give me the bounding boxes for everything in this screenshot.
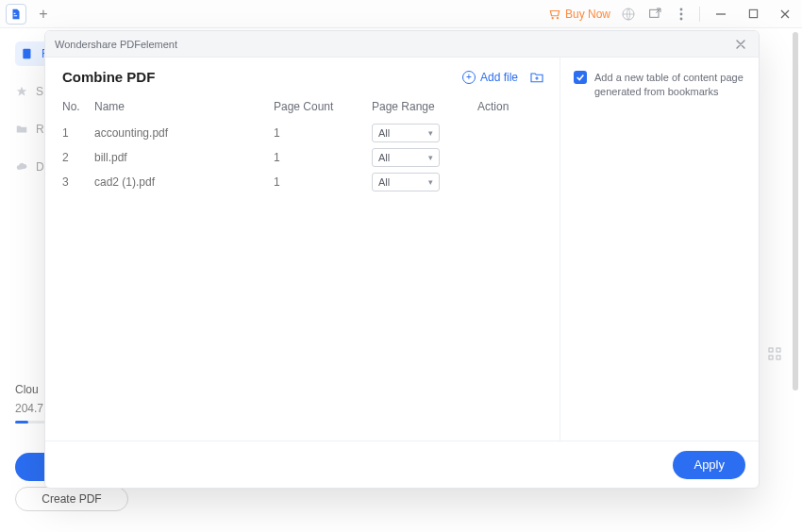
svg-point-3 (680, 12, 683, 15)
titlebar-right: Buy Now (548, 5, 796, 24)
add-file-label: Add file (480, 71, 518, 84)
svg-rect-5 (749, 9, 757, 17)
titlebar: + Buy Now (0, 0, 802, 28)
pdf-app-icon (9, 8, 23, 21)
chevron-down-icon: ▾ (428, 153, 433, 162)
page-range-value: All (378, 127, 390, 139)
star-icon (15, 85, 28, 98)
create-pdf-button[interactable]: Create PDF (15, 487, 128, 511)
combine-pdf-dialog: Wondershare PDFelement Combine PDF + Add… (44, 30, 760, 489)
cart-icon (548, 8, 561, 21)
col-name: Name (94, 100, 274, 113)
cell-page-range: All ▾ (372, 173, 477, 191)
share-icon[interactable] (646, 6, 663, 23)
page-range-select[interactable]: All ▾ (372, 124, 440, 142)
app-logo[interactable] (6, 4, 26, 25)
add-file-button[interactable]: + Add file (462, 71, 518, 84)
cell-name: cad2 (1).pdf (94, 175, 274, 189)
cell-page-count: 1 (274, 175, 372, 189)
col-no: No. (62, 100, 94, 113)
svg-rect-8 (777, 348, 780, 352)
cell-name: bill.pdf (94, 151, 274, 164)
cell-name: accounting.pdf (94, 126, 274, 140)
dialog-header: Wondershare PDFelement (45, 31, 759, 58)
window-maximize-button[interactable] (742, 5, 764, 24)
svg-rect-6 (23, 49, 30, 59)
table-row: 1 accounting.pdf 1 All ▾ (62, 121, 544, 145)
dialog-main-panel: Combine PDF + Add file No. Na (45, 58, 560, 441)
folder-icon (15, 123, 28, 136)
add-folder-button[interactable] (529, 70, 544, 85)
table-row: 2 bill.pdf 1 All ▾ (62, 145, 544, 170)
page-range-value: All (378, 152, 390, 163)
dialog-side-panel: Add a new table of content page generate… (560, 58, 759, 441)
page-range-select[interactable]: All ▾ (372, 173, 440, 191)
chevron-down-icon: ▾ (428, 177, 433, 187)
check-icon (576, 73, 585, 82)
cell-no: 1 (62, 126, 94, 140)
create-pdf-label: Create PDF (42, 492, 101, 506)
folder-add-icon (529, 70, 544, 85)
scrollbar[interactable] (793, 32, 798, 391)
app-shell: + Buy Now (0, 0, 802, 532)
buy-now-link[interactable]: Buy Now (548, 8, 610, 21)
grid-view-icon[interactable] (768, 347, 781, 364)
checkbox-checked[interactable] (574, 71, 587, 84)
sidebar-label: S (36, 85, 43, 98)
plus-circle-icon: + (462, 71, 476, 84)
page-range-value: All (378, 176, 390, 188)
cell-page-count: 1 (274, 151, 372, 164)
sidebar-label: R (36, 123, 44, 136)
titlebar-left: + (6, 4, 53, 25)
cell-page-range: All ▾ (372, 124, 477, 142)
svg-rect-10 (777, 356, 780, 359)
table-row: 3 cad2 (1).pdf 1 All ▾ (62, 170, 544, 194)
dialog-title: Combine PDF (62, 69, 155, 85)
dialog-footer: Apply (45, 441, 759, 488)
new-tab-button[interactable]: + (34, 5, 53, 24)
toc-option-label: Add a new table of content page generate… (594, 71, 745, 100)
toc-option[interactable]: Add a new table of content page generate… (574, 71, 745, 100)
menu-dots-icon[interactable] (673, 6, 690, 23)
svg-rect-1 (650, 9, 659, 17)
cell-page-range: All ▾ (372, 148, 477, 167)
files-table: No. Name Page Count Page Range Action 1 … (62, 94, 544, 194)
window-close-button[interactable] (774, 5, 796, 24)
cell-page-count: 1 (274, 126, 372, 140)
close-icon (735, 39, 746, 50)
dialog-close-button[interactable] (732, 36, 749, 53)
svg-rect-9 (769, 356, 773, 359)
svg-point-2 (680, 8, 683, 10)
col-page-count: Page Count (274, 100, 372, 113)
buy-now-label: Buy Now (565, 8, 610, 21)
globe-icon[interactable] (620, 6, 637, 23)
sidebar-label: D (36, 160, 44, 174)
col-action: Action (477, 100, 534, 113)
title-row: Combine PDF + Add file (62, 69, 544, 85)
window-minimize-button[interactable] (710, 5, 732, 24)
divider (699, 7, 700, 22)
cloud-icon (15, 160, 28, 174)
title-actions: + Add file (462, 70, 544, 85)
table-header: No. Name Page Count Page Range Action (62, 94, 544, 119)
dialog-body: Combine PDF + Add file No. Na (45, 58, 759, 441)
chevron-down-icon: ▾ (428, 128, 433, 138)
dialog-window-title: Wondershare PDFelement (55, 39, 177, 50)
cell-no: 3 (62, 175, 94, 189)
apply-button[interactable]: Apply (673, 451, 745, 479)
cell-no: 2 (62, 151, 94, 164)
file-icon (21, 47, 34, 60)
svg-rect-7 (769, 348, 773, 352)
apply-label: Apply (693, 457, 725, 472)
svg-point-4 (680, 17, 683, 20)
col-page-range: Page Range (372, 100, 477, 113)
page-range-select[interactable]: All ▾ (372, 148, 440, 167)
